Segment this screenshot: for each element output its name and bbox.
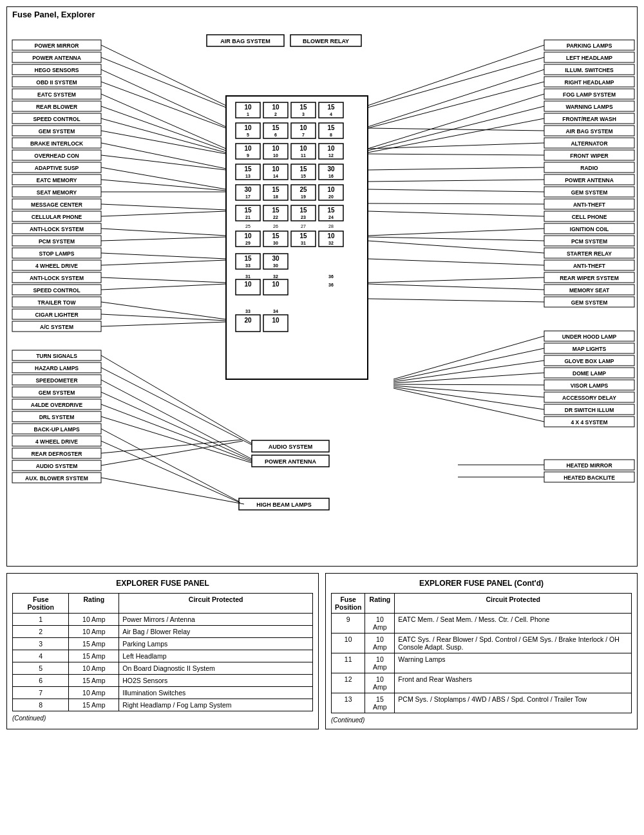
circuit-protected: HO2S Sensors [119,675,313,687]
svg-rect-294 [252,440,329,452]
fuse-position: 4 [13,650,69,662]
table1-continued: (Continued) [12,715,313,722]
svg-text:15: 15 [244,255,252,262]
svg-rect-119 [544,355,634,366]
svg-text:DR SWITCH ILLUM: DR SWITCH ILLUM [565,407,614,413]
svg-text:RADIO: RADIO [580,165,598,171]
svg-text:31: 31 [301,241,306,245]
svg-text:POWER ANTENNA: POWER ANTENNA [265,458,317,465]
svg-line-288 [368,237,544,241]
svg-rect-81 [544,101,634,111]
svg-text:1: 1 [247,112,249,117]
svg-line-300 [101,355,252,444]
svg-rect-115 [544,331,634,341]
svg-line-261 [101,204,226,210]
svg-text:10: 10 [244,145,252,152]
fuse-rating: 15 Amp [365,693,395,713]
svg-rect-219 [263,231,288,247]
svg-text:CELL PHONE: CELL PHONE [572,214,607,220]
svg-line-301 [101,368,252,445]
svg-text:30: 30 [327,165,335,173]
fuse-position: 10 [332,633,365,653]
svg-text:15: 15 [299,232,307,239]
svg-rect-49 [12,350,101,361]
svg-rect-125 [544,392,634,402]
svg-text:15: 15 [299,165,307,173]
svg-text:10: 10 [272,281,279,288]
fuse-rating: 10 Amp [69,687,119,699]
svg-text:GEM SYSTEM: GEM SYSTEM [39,389,75,396]
fuse-position: 3 [13,638,69,650]
svg-rect-188 [236,185,260,200]
svg-line-250 [101,70,226,127]
svg-line-256 [101,143,226,169]
svg-rect-93 [544,174,634,185]
svg-text:DRL SYSTEM: DRL SYSTEM [39,414,75,420]
svg-text:MAP LIGHTS: MAP LIGHTS [573,346,607,352]
svg-text:10: 10 [299,145,307,152]
table-row: 1210 AmpFront and Rear Washers [332,673,632,693]
svg-text:DOME LAMP: DOME LAMP [573,370,606,377]
svg-rect-117 [544,343,634,353]
svg-rect-152 [236,123,260,138]
svg-line-303 [101,392,252,460]
svg-text:LEFT HEADLAMP: LEFT HEADLAMP [566,55,612,61]
svg-line-248 [101,45,226,106]
table1-col-rating: Rating [69,594,119,614]
svg-rect-65 [12,448,101,458]
fuse-rating: 15 Amp [69,638,119,650]
svg-text:SPEED CONTROL: SPEED CONTROL [33,287,80,294]
svg-rect-27 [12,199,101,209]
svg-rect-15 [12,126,101,136]
svg-text:VISOR LAMPS: VISOR LAMPS [571,382,609,389]
svg-rect-9 [12,89,101,99]
svg-rect-77 [544,77,634,87]
diagram-canvas: POWER MIRROR POWER ANTENNA HEGO SENSORS … [7,22,638,563]
diagram-title: Fuse Panel, Explorer [7,7,637,22]
svg-text:10: 10 [244,281,252,288]
table2-header-row: FusePosition Rating Circuit Protected [332,594,632,614]
svg-rect-39 [12,272,101,283]
svg-line-308 [101,440,242,453]
svg-rect-176 [236,164,260,180]
svg-text:UNDER HOOD LAMP: UNDER HOOD LAMP [562,333,617,340]
fuse-rating: 10 Amp [69,662,119,675]
svg-text:15: 15 [272,124,279,131]
svg-line-318 [393,388,544,422]
svg-rect-73 [544,52,634,62]
svg-line-262 [101,211,226,216]
svg-rect-140 [236,102,260,118]
svg-line-272 [368,45,544,106]
table-row: 710 AmpIllumination Switches [13,687,313,699]
svg-rect-103 [544,236,634,246]
fuse-rating: 15 Amp [69,675,119,687]
svg-line-287 [368,229,544,236]
svg-text:ILLUM. SWITCHES: ILLUM. SWITCHES [565,67,614,73]
table1-header-row: FusePosition Rating Circuit Protected [13,594,313,614]
svg-text:A4LDE OVERDRIVE: A4LDE OVERDRIVE [31,402,83,408]
svg-line-314 [393,373,544,383]
svg-text:EATC SYSTEM: EATC SYSTEM [37,91,76,98]
svg-rect-95 [544,187,634,197]
fuse-rating: 10 Amp [69,614,119,626]
svg-line-281 [368,154,544,155]
svg-line-302 [101,380,252,459]
svg-text:32: 32 [273,274,278,279]
svg-text:15: 15 [327,104,335,111]
svg-line-313 [393,361,544,382]
svg-text:10: 10 [244,124,252,131]
svg-text:10: 10 [327,186,335,193]
svg-text:GLOVE BOX LAMP: GLOVE BOX LAMP [565,358,614,364]
svg-line-305 [101,417,252,463]
svg-text:HAZARD LAMPS: HAZARD LAMPS [35,365,79,371]
svg-rect-143 [263,102,288,118]
svg-text:30: 30 [272,255,279,262]
svg-text:REAR WIPER SYSTEM: REAR WIPER SYSTEM [560,275,619,281]
svg-rect-170 [291,144,316,159]
circuit-protected: Front and Rear Washers [395,673,632,693]
svg-rect-1 [12,40,101,50]
svg-rect-216 [236,231,260,247]
svg-rect-149 [319,102,343,118]
fuse-position: 8 [13,699,69,711]
svg-text:24: 24 [328,215,334,220]
